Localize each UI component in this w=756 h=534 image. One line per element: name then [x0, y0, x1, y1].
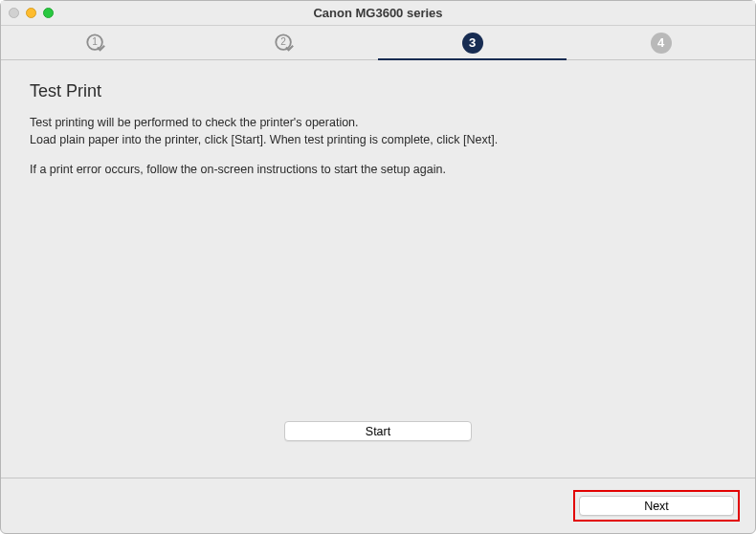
instruction-text-1: Test printing will be performed to check… — [30, 115, 726, 148]
page-heading: Test Print — [30, 81, 726, 101]
next-button-highlight: Next — [573, 490, 740, 522]
start-button-wrap: Start — [30, 421, 726, 441]
step-4-label: 4 — [657, 35, 664, 50]
minimize-icon[interactable] — [26, 8, 36, 18]
step-3-indicator: 3 — [462, 33, 483, 54]
setup-window: Canon MG3600 series 1 2 3 — [0, 0, 756, 534]
progress-stepper: 1 2 3 4 — [1, 26, 755, 60]
main-content: Test Print Test printing will be perform… — [1, 60, 755, 478]
step-2: 2 — [189, 26, 378, 59]
maximize-icon[interactable] — [43, 8, 54, 18]
step-1-check-icon: 1 — [85, 33, 106, 54]
footer: Next — [1, 478, 755, 533]
svg-text:2: 2 — [280, 36, 286, 47]
step-4-indicator: 4 — [651, 33, 672, 54]
step-3: 3 — [378, 26, 567, 59]
window-title: Canon MG3600 series — [1, 6, 755, 20]
next-button[interactable]: Next — [579, 496, 734, 516]
instruction-text-2: If a print error occurs, follow the on-s… — [30, 162, 726, 179]
window-controls — [9, 8, 54, 18]
start-button[interactable]: Start — [284, 421, 472, 441]
step-3-label: 3 — [469, 35, 476, 50]
step-1: 1 — [1, 26, 189, 59]
svg-text:1: 1 — [92, 36, 98, 47]
step-4: 4 — [567, 26, 755, 59]
close-icon[interactable] — [9, 8, 19, 18]
step-2-check-icon: 2 — [274, 33, 295, 54]
titlebar: Canon MG3600 series — [1, 1, 755, 26]
